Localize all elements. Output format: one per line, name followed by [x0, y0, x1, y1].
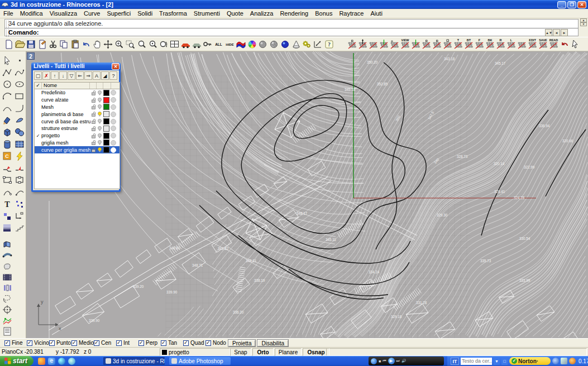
command-spinner[interactable]: ▲▼ [580, 18, 587, 26]
zoom-window-icon[interactable] [125, 39, 136, 50]
status-layer[interactable]: progetto [160, 348, 230, 356]
layer-name[interactable]: planimetria di base [41, 112, 90, 117]
gears-icon[interactable] [302, 39, 312, 50]
tool-point-icon[interactable] [14, 55, 25, 66]
layer-material-circle[interactable] [111, 133, 116, 138]
layer-lock-icon[interactable] [90, 133, 97, 139]
menu-solidi[interactable]: Solidi [134, 9, 156, 18]
stop-icon[interactable]: ■ [379, 359, 381, 363]
new-file-icon[interactable] [3, 39, 14, 50]
mesh-tool-undo[interactable] [559, 38, 570, 50]
layer-material-circle[interactable] [111, 126, 116, 131]
restore-button[interactable]: ❐ [567, 1, 576, 8]
tray-icon-3[interactable] [569, 358, 576, 364]
layers-tool-new[interactable]: ▢ [34, 71, 42, 80]
mesh-tool-edit[interactable]: EDIT [527, 38, 538, 50]
viewport-tab[interactable]: 2 [27, 52, 35, 60]
tool-extrude-icon[interactable] [2, 239, 13, 250]
media-toolbar[interactable]: ■ ⏮ ▶ ⏭ 🔊 [369, 357, 444, 365]
menu-bonus[interactable]: Bonus [312, 9, 336, 18]
layer-visibility-bulb-icon[interactable] [97, 90, 103, 96]
layer-name[interactable]: strutture estruse [41, 126, 90, 131]
tool-arc-icon[interactable] [2, 91, 13, 102]
layer-material-circle[interactable] [111, 140, 116, 146]
layer-visibility-bulb-icon[interactable] [97, 139, 103, 146]
layers-header[interactable]: ✓ Nome [34, 82, 120, 89]
mesh-tool-green[interactable] [410, 38, 421, 50]
zoom-extents-icon[interactable] [147, 39, 158, 50]
tool-frame-icon[interactable] [2, 175, 13, 186]
layer-name[interactable]: griglia mesh [41, 140, 90, 146]
menu-aiuti[interactable]: Aiuti [367, 9, 385, 18]
layer-lock-icon[interactable] [90, 97, 97, 103]
osnap-tan[interactable]: Tan [161, 340, 183, 346]
layer-visibility-bulb-icon[interactable] [97, 118, 103, 124]
osnap-medio[interactable]: Medio [71, 340, 94, 346]
layer-lock-icon[interactable] [90, 147, 97, 153]
layer-material-circle[interactable] [111, 97, 116, 103]
menu-file[interactable]: File [0, 9, 17, 18]
layers-tool-del[interactable]: ✗ [42, 71, 50, 80]
menu-modifica[interactable]: Modifica [17, 9, 46, 18]
layer-color-swatch[interactable] [103, 90, 109, 96]
status-pane-planare[interactable]: Planare [275, 348, 302, 356]
layers-panel-title[interactable]: Livelli - Tutti i livelli ✕ [31, 62, 121, 70]
mesh-tool-l[interactable]: L [506, 38, 517, 50]
tool-mesh-color-icon[interactable] [2, 315, 13, 326]
osnap-button-disabilita[interactable]: Disabilita [257, 339, 289, 347]
tool-corner-arrow-icon[interactable] [14, 211, 25, 222]
cut-icon[interactable] [48, 39, 59, 50]
zoom-selected-icon[interactable] [136, 39, 147, 50]
help-icon[interactable]: ? [324, 39, 334, 50]
mesh-tool-dot[interactable] [432, 38, 442, 50]
mesh-tool-bt[interactable]: BT [463, 38, 474, 50]
layers-tool-filter[interactable]: ▽ [68, 71, 75, 80]
layer-material-circle[interactable] [111, 90, 116, 95]
command-scroll-right[interactable]: ► [561, 29, 568, 36]
mesh-tool-r[interactable]: R [495, 38, 506, 50]
layer-color-swatch[interactable] [103, 133, 109, 139]
osnap-vicino[interactable]: Vicino [27, 340, 49, 346]
layer-lock-icon[interactable] [90, 104, 97, 110]
layer-row[interactable]: curve di base da estru... [35, 118, 119, 125]
tray-search-input[interactable]: Testo da cer... [461, 358, 492, 365]
next-icon[interactable]: ⏭ [396, 359, 400, 363]
prev-icon[interactable]: ⏮ [383, 359, 386, 363]
layers-tool-help[interactable]: ? [109, 71, 117, 80]
render-car2-icon[interactable] [192, 39, 202, 50]
layer-row[interactable]: curve alzate [35, 97, 119, 104]
menu-visualizza[interactable]: Visualizza [46, 9, 80, 18]
title-bar[interactable]: 3d in costruzione - Rhinoceros - [2] _ ❐… [0, 0, 588, 9]
paste-icon[interactable] [70, 39, 80, 50]
menu-raytrace[interactable]: Raytrace [336, 9, 367, 18]
status-pane-snap[interactable]: Snap [230, 348, 251, 356]
menu-curve[interactable]: Curve [80, 9, 103, 18]
layer-row[interactable]: ✓progetto [35, 132, 119, 139]
tool-curve-icon[interactable] [14, 67, 25, 78]
move-cross-icon[interactable] [103, 39, 113, 50]
play-icon[interactable]: ▶ [388, 358, 395, 364]
texture-sphere-icon[interactable] [269, 39, 279, 50]
tool-frame2-icon[interactable] [14, 175, 25, 186]
layer-material-circle[interactable] [111, 147, 116, 153]
tool-blob-icon[interactable] [2, 261, 13, 272]
layer-row[interactable]: planimetria di base [35, 110, 119, 118]
layers-tool-down[interactable]: ↓ [59, 71, 67, 80]
layer-color-swatch[interactable] [103, 104, 109, 110]
tool-mesh-box-icon[interactable] [14, 139, 25, 150]
mesh-tool-cursor[interactable] [570, 38, 580, 50]
tool-text-icon[interactable]: T [2, 199, 13, 210]
viewport-layout-icon[interactable] [169, 39, 180, 50]
layer-row[interactable]: griglia mesh [35, 139, 119, 147]
layer-material-circle[interactable] [111, 104, 116, 110]
tool-cube-icon[interactable] [2, 127, 13, 138]
tool-lightning-icon[interactable] [14, 151, 25, 162]
tool-fillet2-icon[interactable] [14, 163, 25, 174]
language-indicator[interactable]: IT [451, 358, 459, 365]
mesh-tool-plain[interactable] [368, 38, 379, 50]
tool-film-icon[interactable] [2, 272, 13, 283]
viewport[interactable]: yx350.20343.18345.17345.18352.85336.9432… [26, 51, 588, 338]
norton-badge[interactable]: ✓ Norton· [509, 357, 551, 365]
ie-icon[interactable]: e [48, 358, 55, 365]
tool-conic-icon[interactable] [2, 103, 13, 114]
